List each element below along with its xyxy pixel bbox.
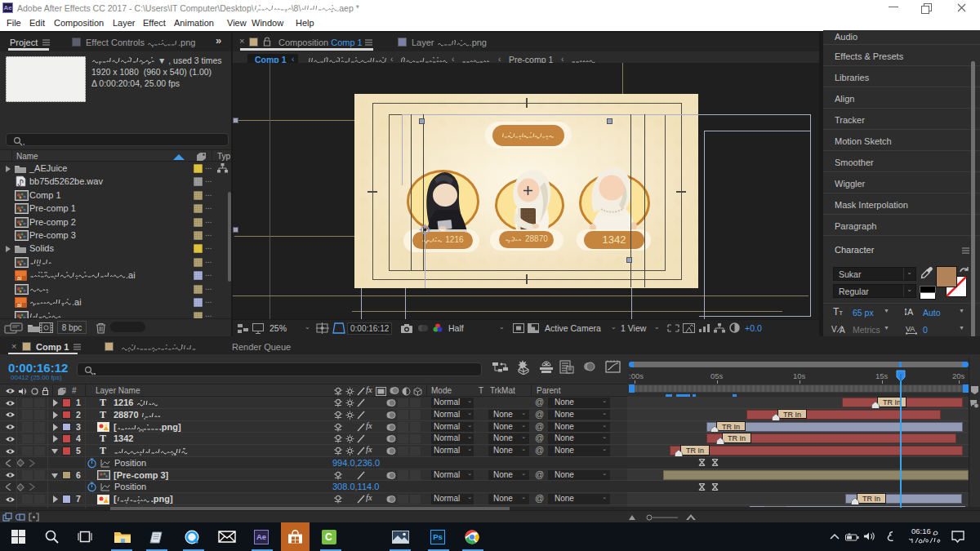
svg-text:ai: ai <box>17 302 22 308</box>
svg-text:VA: VA <box>906 325 915 333</box>
svg-text:A: A <box>907 307 914 317</box>
svg-text:A: A <box>840 326 845 335</box>
svg-text:V: V <box>831 325 837 334</box>
svg-text:ai: ai <box>17 275 22 281</box>
